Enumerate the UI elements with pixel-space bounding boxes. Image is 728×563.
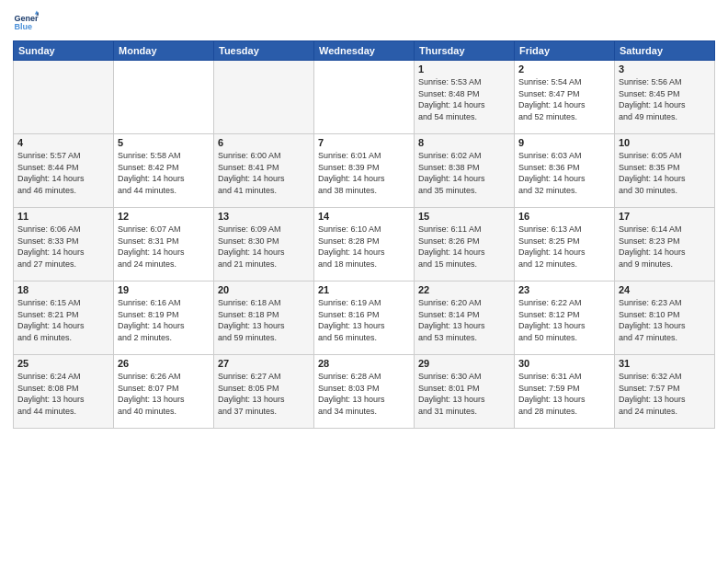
calendar-day	[114, 61, 214, 134]
day-number: 5	[118, 137, 210, 148]
day-number: 26	[118, 358, 210, 369]
calendar-day: 7Sunrise: 6:01 AM Sunset: 8:39 PM Daylig…	[314, 134, 415, 208]
day-header-wednesday: Wednesday	[314, 41, 415, 61]
day-info: Sunrise: 6:20 AM Sunset: 8:14 PM Dayligh…	[418, 297, 510, 343]
calendar-week-5: 25Sunrise: 6:24 AM Sunset: 8:08 PM Dayli…	[14, 355, 715, 429]
day-number: 24	[619, 284, 711, 295]
day-number: 17	[619, 211, 711, 222]
day-info: Sunrise: 6:09 AM Sunset: 8:30 PM Dayligh…	[218, 224, 310, 270]
calendar-day: 28Sunrise: 6:28 AM Sunset: 8:03 PM Dayli…	[314, 355, 415, 429]
day-number: 18	[17, 284, 109, 295]
day-info: Sunrise: 6:30 AM Sunset: 8:01 PM Dayligh…	[418, 371, 510, 417]
day-info: Sunrise: 6:24 AM Sunset: 8:08 PM Dayligh…	[17, 371, 109, 417]
day-number: 21	[318, 284, 410, 295]
calendar-day: 9Sunrise: 6:03 AM Sunset: 8:36 PM Daylig…	[515, 134, 615, 208]
logo-icon: General Blue	[13, 9, 39, 35]
day-number: 23	[518, 284, 610, 295]
calendar-header: SundayMondayTuesdayWednesdayThursdayFrid…	[14, 41, 715, 61]
calendar-day: 11Sunrise: 6:06 AM Sunset: 8:33 PM Dayli…	[14, 208, 114, 282]
day-info: Sunrise: 5:57 AM Sunset: 8:44 PM Dayligh…	[17, 150, 109, 196]
day-number: 6	[218, 137, 310, 148]
day-number: 12	[118, 211, 210, 222]
calendar-day: 31Sunrise: 6:32 AM Sunset: 7:57 PM Dayli…	[615, 355, 715, 429]
calendar-day	[214, 61, 314, 134]
calendar-day: 19Sunrise: 6:16 AM Sunset: 8:19 PM Dayli…	[114, 282, 214, 355]
day-info: Sunrise: 6:00 AM Sunset: 8:41 PM Dayligh…	[218, 150, 310, 196]
day-info: Sunrise: 6:18 AM Sunset: 8:18 PM Dayligh…	[218, 297, 310, 343]
day-number: 20	[218, 284, 310, 295]
day-info: Sunrise: 6:05 AM Sunset: 8:35 PM Dayligh…	[619, 150, 711, 196]
day-number: 25	[17, 358, 109, 369]
calendar-day: 13Sunrise: 6:09 AM Sunset: 8:30 PM Dayli…	[214, 208, 314, 282]
day-number: 3	[619, 63, 711, 75]
calendar-day: 30Sunrise: 6:31 AM Sunset: 7:59 PM Dayli…	[515, 355, 615, 429]
calendar-day: 4Sunrise: 5:57 AM Sunset: 8:44 PM Daylig…	[14, 134, 114, 208]
day-number: 28	[318, 358, 410, 369]
day-info: Sunrise: 6:14 AM Sunset: 8:23 PM Dayligh…	[619, 224, 711, 270]
calendar-day: 15Sunrise: 6:11 AM Sunset: 8:26 PM Dayli…	[415, 208, 515, 282]
calendar-day: 6Sunrise: 6:00 AM Sunset: 8:41 PM Daylig…	[214, 134, 314, 208]
day-info: Sunrise: 6:32 AM Sunset: 7:57 PM Dayligh…	[619, 371, 711, 417]
calendar-day: 10Sunrise: 6:05 AM Sunset: 8:35 PM Dayli…	[615, 134, 715, 208]
day-number: 1	[418, 63, 510, 75]
calendar-day: 18Sunrise: 6:15 AM Sunset: 8:21 PM Dayli…	[14, 282, 114, 355]
day-info: Sunrise: 5:58 AM Sunset: 8:42 PM Dayligh…	[118, 150, 210, 196]
day-header-sunday: Sunday	[14, 41, 114, 61]
day-number: 9	[518, 137, 610, 148]
day-header-saturday: Saturday	[615, 41, 715, 61]
calendar-day: 24Sunrise: 6:23 AM Sunset: 8:10 PM Dayli…	[615, 282, 715, 355]
calendar-day: 2Sunrise: 5:54 AM Sunset: 8:47 PM Daylig…	[515, 61, 615, 134]
calendar-day: 3Sunrise: 5:56 AM Sunset: 8:45 PM Daylig…	[615, 61, 715, 134]
day-info: Sunrise: 6:19 AM Sunset: 8:16 PM Dayligh…	[318, 297, 410, 343]
day-number: 16	[518, 211, 610, 222]
calendar-day: 12Sunrise: 6:07 AM Sunset: 8:31 PM Dayli…	[114, 208, 214, 282]
calendar-day: 21Sunrise: 6:19 AM Sunset: 8:16 PM Dayli…	[314, 282, 415, 355]
calendar-day: 14Sunrise: 6:10 AM Sunset: 8:28 PM Dayli…	[314, 208, 415, 282]
day-number: 2	[518, 63, 610, 75]
calendar-week-4: 18Sunrise: 6:15 AM Sunset: 8:21 PM Dayli…	[14, 282, 715, 355]
day-info: Sunrise: 6:28 AM Sunset: 8:03 PM Dayligh…	[318, 371, 410, 417]
logo: General Blue	[13, 9, 42, 35]
calendar-day: 25Sunrise: 6:24 AM Sunset: 8:08 PM Dayli…	[14, 355, 114, 429]
calendar-week-2: 4Sunrise: 5:57 AM Sunset: 8:44 PM Daylig…	[14, 134, 715, 208]
calendar-day	[14, 61, 114, 134]
day-info: Sunrise: 5:54 AM Sunset: 8:47 PM Dayligh…	[518, 76, 610, 122]
day-info: Sunrise: 5:53 AM Sunset: 8:48 PM Dayligh…	[418, 76, 510, 122]
day-number: 19	[118, 284, 210, 295]
day-number: 4	[17, 137, 109, 148]
calendar-day: 17Sunrise: 6:14 AM Sunset: 8:23 PM Dayli…	[615, 208, 715, 282]
day-number: 13	[218, 211, 310, 222]
day-header-tuesday: Tuesday	[214, 41, 314, 61]
day-header-thursday: Thursday	[415, 41, 515, 61]
header: General Blue	[13, 9, 715, 35]
day-info: Sunrise: 6:16 AM Sunset: 8:19 PM Dayligh…	[118, 297, 210, 343]
calendar-day: 23Sunrise: 6:22 AM Sunset: 8:12 PM Dayli…	[515, 282, 615, 355]
calendar-day: 8Sunrise: 6:02 AM Sunset: 8:38 PM Daylig…	[415, 134, 515, 208]
day-info: Sunrise: 6:27 AM Sunset: 8:05 PM Dayligh…	[218, 371, 310, 417]
day-info: Sunrise: 6:23 AM Sunset: 8:10 PM Dayligh…	[619, 297, 711, 343]
day-info: Sunrise: 6:06 AM Sunset: 8:33 PM Dayligh…	[17, 224, 109, 270]
calendar-day: 27Sunrise: 6:27 AM Sunset: 8:05 PM Dayli…	[214, 355, 314, 429]
calendar-day: 22Sunrise: 6:20 AM Sunset: 8:14 PM Dayli…	[415, 282, 515, 355]
day-header-monday: Monday	[114, 41, 214, 61]
day-number: 7	[318, 137, 410, 148]
day-info: Sunrise: 6:13 AM Sunset: 8:25 PM Dayligh…	[518, 224, 610, 270]
calendar-day: 20Sunrise: 6:18 AM Sunset: 8:18 PM Dayli…	[214, 282, 314, 355]
day-info: Sunrise: 6:31 AM Sunset: 7:59 PM Dayligh…	[518, 371, 610, 417]
day-number: 22	[418, 284, 510, 295]
day-number: 11	[17, 211, 109, 222]
day-info: Sunrise: 5:56 AM Sunset: 8:45 PM Dayligh…	[619, 76, 711, 122]
day-info: Sunrise: 6:22 AM Sunset: 8:12 PM Dayligh…	[518, 297, 610, 343]
calendar-day: 1Sunrise: 5:53 AM Sunset: 8:48 PM Daylig…	[415, 61, 515, 134]
day-number: 27	[218, 358, 310, 369]
day-number: 31	[619, 358, 711, 369]
day-number: 15	[418, 211, 510, 222]
day-number: 30	[518, 358, 610, 369]
svg-text:Blue: Blue	[14, 22, 32, 31]
calendar: SundayMondayTuesdayWednesdayThursdayFrid…	[13, 40, 715, 429]
calendar-week-1: 1Sunrise: 5:53 AM Sunset: 8:48 PM Daylig…	[14, 61, 715, 134]
day-number: 29	[418, 358, 510, 369]
calendar-week-3: 11Sunrise: 6:06 AM Sunset: 8:33 PM Dayli…	[14, 208, 715, 282]
day-info: Sunrise: 6:01 AM Sunset: 8:39 PM Dayligh…	[318, 150, 410, 196]
day-number: 8	[418, 137, 510, 148]
